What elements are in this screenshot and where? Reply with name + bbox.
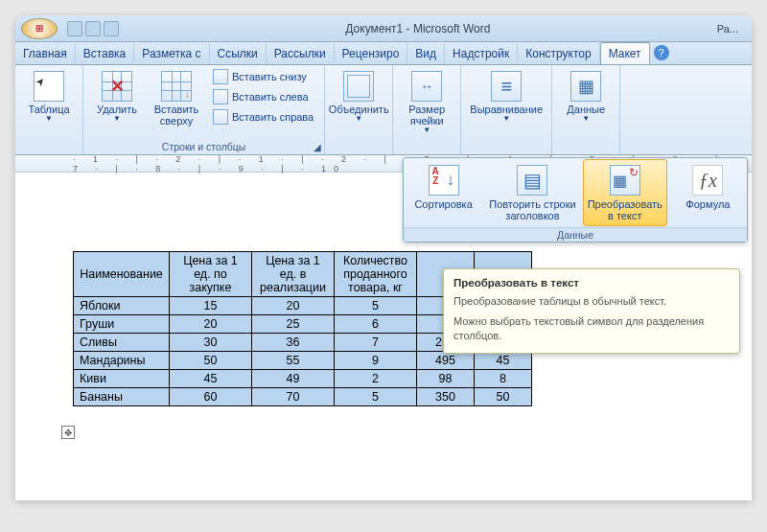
table-cell[interactable]: 8 — [475, 370, 532, 388]
table-cell[interactable]: 7 — [335, 334, 417, 352]
insert-left-button[interactable]: Вставить слева — [208, 87, 318, 106]
table-cell[interactable]: 2 — [335, 370, 417, 388]
group-alignment: Выравнивание ▼ — [461, 65, 552, 154]
delete-icon — [102, 71, 132, 102]
table-cell[interactable]: 50 — [475, 388, 532, 406]
tab-design[interactable]: Конструктор — [518, 43, 599, 64]
data-icon — [570, 71, 601, 102]
data-dropdown-panel: Сортировка Повторить строки заголовков П… — [403, 157, 748, 243]
tab-addins[interactable]: Надстройк — [445, 43, 518, 64]
tooltip-line2: Можно выбрать текстовый символ для разде… — [453, 314, 730, 343]
tab-home[interactable]: Главная — [15, 43, 76, 64]
cell-size-icon — [411, 71, 442, 102]
table-cell[interactable]: 98 — [417, 370, 475, 388]
tab-insert[interactable]: Вставка — [76, 43, 135, 64]
chevron-down-icon: ▼ — [45, 115, 53, 124]
table-row[interactable]: Бананы6070535050 — [74, 388, 532, 406]
insert-right-icon — [213, 109, 228, 125]
convert-to-text-label: Преобразовать в текст — [588, 198, 662, 221]
table-cell[interactable]: Яблоки — [74, 297, 170, 315]
group-cell-size: Размер ячейки ▼ — [393, 65, 461, 154]
table-cell[interactable]: 30 — [170, 334, 252, 352]
tab-view[interactable]: Вид — [407, 43, 445, 64]
table-cell[interactable]: 20 — [170, 315, 252, 334]
cell-size-label: Размер ячейки — [408, 104, 445, 127]
tooltip: Преобразовать в текст Преобразование таб… — [443, 268, 740, 354]
table-cell[interactable]: Груши — [74, 315, 170, 334]
alignment-button[interactable]: Выравнивание ▼ — [467, 67, 546, 127]
qat-undo-icon[interactable] — [85, 21, 101, 36]
table-cell[interactable]: 5 — [335, 297, 417, 315]
table-cell[interactable]: 55 — [252, 352, 335, 370]
tab-review[interactable]: Рецензиро — [335, 43, 408, 64]
qat-save-icon[interactable] — [67, 21, 82, 36]
table-cell[interactable]: 60 — [170, 388, 252, 406]
table-cell[interactable]: 25 — [252, 315, 335, 334]
table-cell[interactable]: Сливы — [74, 334, 170, 352]
table-cell[interactable]: 6 — [335, 315, 417, 334]
tab-references[interactable]: Ссылки — [210, 43, 267, 64]
tooltip-line1: Преобразование таблицы в обычный текст. — [453, 294, 730, 309]
help-button[interactable]: ? — [654, 45, 669, 60]
table-cell[interactable]: 49 — [252, 370, 335, 388]
office-button[interactable]: ⊞ — [21, 18, 58, 39]
table-row[interactable]: Мандарины5055949545 — [74, 352, 532, 370]
ribbon-tabs: Главная Вставка Разметка с Ссылки Рассыл… — [15, 42, 752, 65]
qat-redo-icon[interactable] — [104, 21, 119, 36]
formula-icon: ƒx — [692, 165, 723, 196]
insert-right-button[interactable]: Вставить справа — [208, 107, 318, 127]
table-cell[interactable]: Бананы — [74, 388, 170, 406]
formula-label: Формула — [686, 198, 730, 210]
group-rows-columns: Удалить ▼ Вставить сверху Вставить снизу… — [83, 65, 325, 154]
insert-below-button[interactable]: Вставить снизу — [208, 67, 318, 86]
chevron-down-icon: ▼ — [113, 115, 121, 124]
table-cell[interactable]: 5 — [335, 388, 417, 406]
tab-layout[interactable]: Разметка с — [134, 43, 209, 64]
insert-above-label: Вставить сверху — [154, 104, 199, 127]
table-cell[interactable]: 70 — [252, 388, 335, 406]
table-cell[interactable]: 495 — [417, 352, 475, 370]
table-row[interactable]: Киви45492988 — [74, 370, 532, 388]
chevron-down-icon: ▼ — [582, 115, 590, 124]
formula-button[interactable]: ƒx Формула — [669, 159, 746, 226]
table-cell[interactable]: 45 — [170, 370, 252, 388]
cell-size-button[interactable]: Размер ячейки ▼ — [399, 67, 454, 139]
table-cell[interactable]: 350 — [417, 388, 475, 406]
title-bar: ⊞ Документ1 - Microsoft Word Ра... — [15, 15, 752, 42]
chevron-down-icon: ▼ — [355, 115, 362, 124]
insert-above-button[interactable]: Вставить сверху — [149, 67, 204, 130]
table-cell[interactable]: 36 — [252, 334, 335, 352]
merge-button[interactable]: Объединить ▼ — [331, 67, 386, 127]
select-table-button[interactable]: Таблица ▼ — [21, 67, 77, 127]
sort-button[interactable]: Сортировка — [405, 159, 482, 226]
table-header[interactable]: Цена за 1 ед. по закупке — [170, 252, 252, 297]
contextual-tab-label: Ра... — [717, 23, 738, 35]
table-header[interactable]: Количество проданного товара, кг — [335, 252, 417, 297]
tab-mailings[interactable]: Рассылки — [267, 43, 335, 64]
tab-table-layout[interactable]: Макет — [600, 42, 650, 64]
table-cell[interactable]: 45 — [475, 352, 532, 370]
table-cell[interactable]: 15 — [170, 297, 252, 315]
table-header[interactable]: Наименование — [74, 252, 170, 297]
table-cell[interactable]: Киви — [74, 370, 170, 388]
window-title: Документ1 - Microsoft Word — [119, 22, 717, 35]
delete-button[interactable]: Удалить ▼ — [89, 67, 145, 127]
table-move-handle-icon[interactable]: ✥ — [61, 426, 75, 439]
convert-to-text-button[interactable]: Преобразовать в текст — [583, 159, 667, 226]
table-cell[interactable]: 50 — [170, 352, 252, 370]
sort-label: Сортировка — [414, 198, 472, 210]
table-header[interactable]: Цена за 1 ед. в реализации — [252, 252, 335, 297]
rows-cols-group-label: Строки и столбцы — [89, 140, 318, 152]
ribbon: Таблица ▼ Удалить ▼ Вставить сверху — [15, 65, 752, 155]
sort-icon — [429, 165, 459, 196]
dialog-launcher-icon[interactable]: ◢ — [314, 142, 321, 152]
table-cell[interactable]: 9 — [335, 352, 417, 370]
chevron-down-icon: ▼ — [423, 127, 430, 135]
table-cell[interactable]: Мандарины — [74, 352, 170, 370]
repeat-header-rows-button[interactable]: Повторить строки заголовков — [484, 159, 580, 226]
table-cell[interactable]: 20 — [252, 297, 335, 315]
data-panel-group-label: Данные — [404, 227, 747, 242]
quick-access-toolbar — [67, 21, 119, 36]
tooltip-title: Преобразовать в текст — [453, 277, 579, 289]
data-button[interactable]: Данные ▼ — [558, 67, 614, 127]
